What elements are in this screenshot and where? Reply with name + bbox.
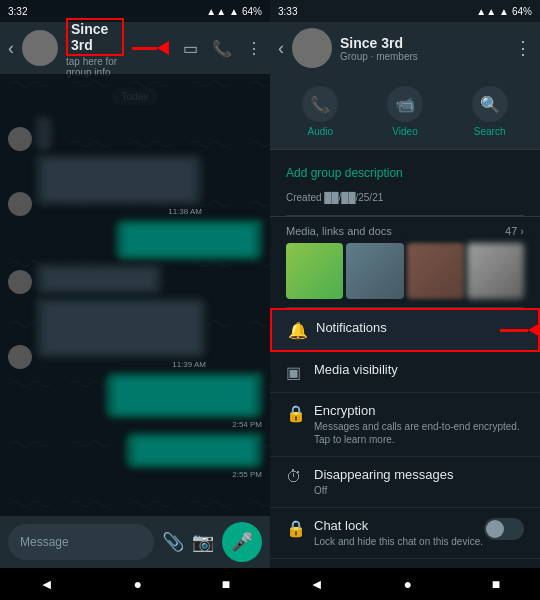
title-box: Since 3rd xyxy=(66,18,124,56)
message-row xyxy=(8,117,262,151)
encryption-subtitle: Messages and calls are end-to-end encryp… xyxy=(314,420,524,446)
message-bubble xyxy=(36,155,202,205)
message-row xyxy=(8,264,262,294)
encryption-item[interactable]: 🔒 Encryption Messages and calls are end-… xyxy=(270,393,540,457)
camera-icon[interactable]: 📷 xyxy=(192,531,214,553)
notifications-icon: 🔔 xyxy=(288,320,316,340)
video-label: Video xyxy=(392,126,417,137)
chat-lock-title: Chat lock xyxy=(314,518,484,533)
profile-menu-icon[interactable]: ⋮ xyxy=(514,37,532,59)
status-bar-right: 3:33 ▲▲ ▲ 64% xyxy=(270,0,540,22)
video-icon: 📹 xyxy=(387,86,423,122)
settings-list: 🔔 Notifications ▣ Media visibility 🔒 Enc… xyxy=(270,308,540,568)
disappearing-title: Disappearing messages xyxy=(314,467,524,482)
time-left: 3:32 xyxy=(8,6,27,17)
message-bubble xyxy=(116,220,262,260)
message-bubble xyxy=(36,298,206,358)
disappearing-item[interactable]: ⏱ Disappearing messages Off xyxy=(270,457,540,508)
message-row xyxy=(8,220,262,260)
back-nav-icon-right[interactable]: ◄ xyxy=(310,576,324,592)
home-nav-icon[interactable]: ● xyxy=(133,576,141,592)
info-section: Add group description Created ██/██/25/2… xyxy=(270,150,540,215)
media-visibility-text: Media visibility xyxy=(314,362,524,377)
mic-icon: 🎤 xyxy=(231,531,253,553)
audio-action-button[interactable]: 📞 Audio xyxy=(278,86,363,137)
message-time: 11:38 AM xyxy=(36,207,202,216)
toggle-knob xyxy=(486,520,504,538)
search-action-button[interactable]: 🔍 Search xyxy=(447,86,532,137)
back-nav-icon[interactable]: ◄ xyxy=(40,576,54,592)
chat-header[interactable]: ‹ Since 3rd tap here for group info ▭ 📞 … xyxy=(0,22,270,74)
signal-icon: ▲▲ xyxy=(206,6,226,17)
media-thumb[interactable] xyxy=(286,243,343,299)
recents-nav-icon-right[interactable]: ■ xyxy=(492,576,500,592)
right-panel: 3:33 ▲▲ ▲ 64% ‹ Since 3rd Group · member… xyxy=(270,0,540,600)
add-description-link[interactable]: Add group description xyxy=(286,158,524,188)
sender-avatar xyxy=(8,127,32,151)
message-container: 2:55 PM xyxy=(126,433,262,479)
message-container: 2:54 PM xyxy=(106,373,262,429)
menu-icon[interactable]: ⋮ xyxy=(246,39,262,58)
home-nav-icon-right[interactable]: ● xyxy=(403,576,411,592)
header-info: Since 3rd tap here for group info xyxy=(66,18,124,78)
message-bubble xyxy=(106,373,262,418)
sender-avatar xyxy=(8,345,32,369)
signal-icon-right: ▲▲ xyxy=(476,6,496,17)
media-visibility-item[interactable]: ▣ Media visibility xyxy=(270,352,540,393)
media-thumb[interactable] xyxy=(407,243,464,299)
wifi-icon-right: ▲ xyxy=(499,6,509,17)
voice-call-icon[interactable]: 📞 xyxy=(212,39,232,58)
media-header: Media, links and docs 47 › xyxy=(286,225,524,237)
media-visibility-title: Media visibility xyxy=(314,362,524,377)
media-thumb[interactable] xyxy=(346,243,403,299)
chat-lock-item[interactable]: 🔒 Chat lock Lock and hide this chat on t… xyxy=(270,508,540,559)
sender-avatar xyxy=(8,192,32,216)
chat-title: Since 3rd xyxy=(71,21,119,53)
profile-back-button[interactable]: ‹ xyxy=(278,38,284,59)
status-icons-left: ▲▲ ▲ 64% xyxy=(206,6,262,17)
recents-nav-icon[interactable]: ■ xyxy=(222,576,230,592)
created-info: Created ██/██/25/21 xyxy=(286,188,524,207)
message-input[interactable]: Message xyxy=(8,524,154,560)
blurred-content xyxy=(134,438,254,463)
sender-avatar xyxy=(8,270,32,294)
media-thumb[interactable] xyxy=(467,243,524,299)
time-right: 3:33 xyxy=(278,6,297,17)
media-count[interactable]: 47 › xyxy=(505,225,524,237)
media-title: Media, links and docs xyxy=(286,225,392,237)
wifi-icon: ▲ xyxy=(229,6,239,17)
chat-lock-toggle[interactable] xyxy=(484,518,524,540)
message-container xyxy=(36,264,162,294)
media-section: Media, links and docs 47 › xyxy=(270,216,540,307)
message-container xyxy=(116,220,262,260)
message-bubble xyxy=(36,117,52,151)
chat-lock-icon: 🔒 xyxy=(286,518,314,538)
back-button[interactable]: ‹ xyxy=(8,38,14,59)
disappearing-text: Disappearing messages Off xyxy=(314,467,524,497)
mic-button[interactable]: 🎤 xyxy=(222,522,262,562)
notifications-item[interactable]: 🔔 Notifications xyxy=(270,308,540,352)
attach-icon[interactable]: 📎 xyxy=(162,531,184,553)
blurred-content xyxy=(44,269,154,289)
left-panel: 3:32 ▲▲ ▲ 64% ‹ Since 3rd tap here for g… xyxy=(0,0,270,600)
message-time: 2:54 PM xyxy=(106,420,262,429)
message-container: 11:39 AM xyxy=(36,298,206,369)
video-call-icon[interactable]: ▭ xyxy=(183,39,198,58)
notifications-title: Notifications xyxy=(316,320,522,335)
message-row: 11:39 AM xyxy=(8,298,262,369)
encryption-text: Encryption Messages and calls are end-to… xyxy=(314,403,524,446)
encryption-title: Encryption xyxy=(314,403,524,418)
disappearing-icon: ⏱ xyxy=(286,467,314,486)
arrow-line xyxy=(500,329,528,332)
profile-name: Since 3rd xyxy=(340,35,506,51)
message-row: 11:38 AM xyxy=(8,155,262,216)
battery-icon: 64% xyxy=(242,6,262,17)
message-row: 2:55 PM xyxy=(8,433,262,479)
action-buttons: 📞 Audio 📹 Video 🔍 Search xyxy=(270,74,540,150)
messages-area: Today 11:38 AM xyxy=(0,74,270,516)
video-action-button[interactable]: 📹 Video xyxy=(363,86,448,137)
notifications-red-arrow xyxy=(500,323,540,337)
profile-header[interactable]: ‹ Since 3rd Group · members ⋮ xyxy=(270,22,540,74)
encryption-icon: 🔒 xyxy=(286,403,314,423)
search-icon: 🔍 xyxy=(472,86,508,122)
